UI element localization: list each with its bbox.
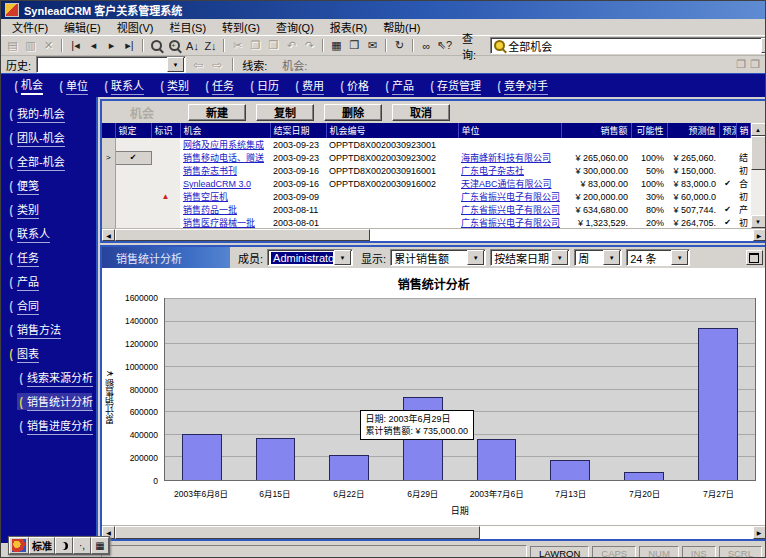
sort-descending-icon[interactable]: Z↓	[202, 38, 219, 54]
find-icon[interactable]: ∞	[418, 38, 435, 54]
prev-record-icon[interactable]: ◂	[85, 38, 102, 54]
punctuation-toggle-button[interactable]: ·,	[73, 537, 91, 554]
sidebar-item-12[interactable]: (销售统计分析	[17, 393, 92, 410]
cell-amount[interactable]: ¥ 1,323,529.	[561, 216, 631, 228]
cell-code[interactable]	[326, 216, 458, 228]
display-dropdown-arrow[interactable]: ▼	[467, 250, 484, 265]
fullwidth-toggle-button[interactable]	[55, 537, 73, 554]
cell-lock[interactable]	[115, 190, 151, 203]
cell-amount[interactable]: ¥ 300,000.00	[561, 164, 631, 177]
sidebar-item-1[interactable]: (团队-机会	[7, 129, 96, 146]
menu-item-7[interactable]: 帮助(H)	[375, 18, 428, 36]
new-button[interactable]: 新建	[188, 104, 246, 121]
chart-bar[interactable]	[550, 460, 590, 480]
cell-opportunity[interactable]: 销售空压机	[180, 190, 270, 203]
sidebar-item-9[interactable]: (销售方法	[7, 321, 96, 338]
table-row[interactable]: 销售杂志书刊2003-09-16OPPTD8X0020030916001广东电子…	[102, 164, 750, 177]
sidebar-item-13[interactable]: (销售进度分析	[17, 417, 96, 434]
mail-icon[interactable]: ✉	[364, 38, 381, 54]
cut-icon[interactable]: ✂	[229, 38, 246, 54]
sidebar-item-5[interactable]: (联系人	[7, 225, 96, 242]
cell-stage[interactable]: 初	[736, 216, 750, 228]
cell-flag[interactable]	[151, 203, 180, 216]
grid-horizontal-scrollbar[interactable]: ◀ ▶	[102, 228, 766, 241]
period-combobox[interactable]: 周 ▼	[574, 249, 622, 266]
undo-icon[interactable]: ↶	[283, 38, 300, 54]
cell-unit[interactable]: 天津ABC通信有限公司	[458, 177, 561, 190]
scroll-thumb[interactable]	[751, 136, 766, 170]
cell-amount[interactable]	[561, 138, 631, 151]
column-header-2[interactable]: 标识	[151, 123, 180, 138]
column-header-11[interactable]: 销	[736, 123, 750, 138]
history-dropdown-arrow[interactable]: ▼	[167, 57, 184, 72]
menu-item-3[interactable]: 栏目(S)	[161, 18, 214, 36]
cell-forecast[interactable]: ¥ 83,000.0	[667, 177, 719, 190]
edit-record-icon[interactable]: ▥	[22, 38, 39, 54]
print-icon[interactable]: ▦	[328, 38, 345, 54]
cell-code[interactable]: OPPTD8X0020030923002	[326, 151, 458, 164]
cell-lock[interactable]: ✔	[115, 151, 151, 164]
cell-opportunity[interactable]: 销售移动电话、赠送	[180, 151, 270, 164]
tab-9[interactable]: (存货管理	[427, 75, 490, 97]
unit-link[interactable]: 广东省振兴电子有限公司	[461, 205, 560, 215]
cell-predict[interactable]: ✔	[719, 216, 736, 228]
cell-forecast[interactable]: ¥ 265,060.	[667, 151, 719, 164]
cell-close-date[interactable]: 2003-09-16	[270, 177, 326, 190]
cell-flag[interactable]	[151, 138, 180, 151]
group-by-combobox[interactable]: 按结案日期 ▼	[490, 249, 570, 266]
unit-link[interactable]: 广东省振兴电子有限公司	[461, 218, 560, 228]
cell-stage[interactable]: 产	[736, 203, 750, 216]
sidebar-item-10[interactable]: (图表	[7, 345, 96, 362]
ime-mode-button[interactable]: 标准	[29, 537, 55, 554]
cell-probability[interactable]: 20%	[631, 216, 667, 228]
cell-unit[interactable]: 广东省振兴电子有限公司	[458, 190, 561, 203]
cell-probability[interactable]: 100%	[631, 151, 667, 164]
cell-opportunity[interactable]: 销售医疗器械一批	[180, 216, 270, 228]
refresh-icon[interactable]: ↻	[391, 38, 408, 54]
delete-button[interactable]: 删除	[324, 104, 382, 121]
chart-bar[interactable]	[329, 455, 369, 480]
help-pointer-icon[interactable]: ⇖?	[436, 38, 453, 54]
chart-bar[interactable]	[698, 328, 738, 480]
sidebar-item-4[interactable]: (类别	[7, 201, 96, 218]
back-icon[interactable]: ⇦	[191, 58, 205, 72]
column-header-5[interactable]: 机会编号	[326, 123, 458, 138]
menu-item-0[interactable]: 文件(F)	[4, 18, 56, 36]
cell-unit[interactable]: 广东省振兴电子有限公司	[458, 216, 561, 228]
cell-lock[interactable]	[115, 216, 151, 228]
sidebar-item-2[interactable]: (全部-机会	[7, 153, 96, 170]
export-icon[interactable]: ❒	[346, 38, 363, 54]
zoom-icon[interactable]	[148, 38, 165, 54]
cell-close-date[interactable]: 2003-09-23	[270, 138, 326, 151]
opportunity-link[interactable]: 销售杂志书刊	[183, 166, 237, 176]
cancel-button[interactable]: 取消	[392, 104, 450, 121]
column-header-4[interactable]: 结案日期	[270, 123, 326, 138]
member-combobox[interactable]: Administrator ▼	[267, 249, 353, 266]
cell-selector[interactable]	[102, 177, 115, 190]
delete-record-icon[interactable]: ✕	[40, 38, 57, 54]
unit-link[interactable]: 海南蜂新科技有限公司	[461, 153, 551, 163]
scroll-right-icon[interactable]: ▶	[753, 526, 766, 539]
cell-code[interactable]: OPPTD8X0020030923001	[326, 138, 458, 151]
opportunity-link[interactable]: 网络及应用系统集成	[183, 140, 264, 150]
menu-item-5[interactable]: 查询(Q)	[268, 18, 322, 36]
cell-code[interactable]	[326, 203, 458, 216]
paste-icon[interactable]: ❒	[265, 38, 282, 54]
scroll-down-icon[interactable]: ▼	[751, 215, 766, 228]
tab-5[interactable]: (日历	[247, 75, 288, 97]
cell-predict[interactable]	[719, 164, 736, 177]
opportunity-link[interactable]: 销售药品一批	[183, 205, 237, 215]
column-header-7[interactable]: 销售额	[561, 123, 631, 138]
column-header-10[interactable]: 预测	[719, 123, 736, 138]
query-dropdown-arrow[interactable]: ▼	[761, 38, 766, 53]
first-record-icon[interactable]: |◂	[67, 38, 84, 54]
record-page-icon-2[interactable]: ❐	[750, 58, 760, 71]
cell-probability[interactable]	[631, 138, 667, 151]
unit-link[interactable]: 广东省振兴电子有限公司	[461, 192, 560, 202]
opportunity-link[interactable]: 销售医疗器械一批	[183, 218, 255, 228]
opportunity-link[interactable]: 销售移动电话、赠送	[183, 153, 264, 163]
cell-stage[interactable]: 初	[736, 164, 750, 177]
menu-item-2[interactable]: 视图(V)	[109, 18, 162, 36]
cell-selector[interactable]	[102, 190, 115, 203]
cell-flag[interactable]: ▲	[151, 190, 180, 203]
